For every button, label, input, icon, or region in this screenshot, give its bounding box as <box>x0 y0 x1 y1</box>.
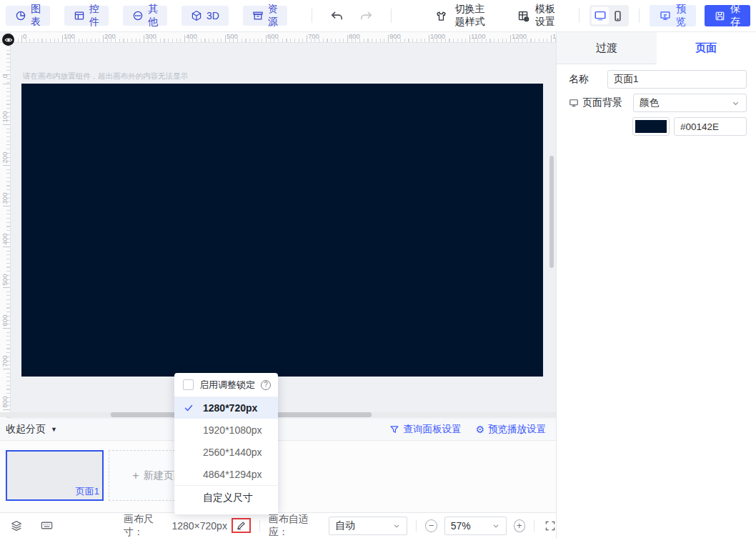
resource-icon <box>252 10 264 21</box>
page-thumbnail-label: 页面1 <box>76 485 99 498</box>
others-nav-label: 其他 <box>148 3 158 29</box>
page-color-row <box>569 117 747 136</box>
ruler-label: 100 <box>64 32 75 40</box>
preview-button[interactable]: 预览 <box>650 5 696 26</box>
statusbar-divider <box>259 520 260 532</box>
pages-strip: 页面1 + 新建页面 <box>0 441 556 512</box>
others-nav-button[interactable]: 其他 <box>123 6 167 26</box>
horizontal-scrollbar-track <box>0 412 556 417</box>
resources-nav-label: 资源 <box>268 3 278 29</box>
query-panel-settings-button[interactable]: 查询面板设置 <box>389 423 461 436</box>
chevron-down-icon <box>492 522 500 530</box>
edit-canvas-size-button[interactable] <box>236 520 247 531</box>
status-bar: 画布尺寸： 1280×720px 画布自适应： 自动 − 57% + <box>0 512 556 538</box>
collapse-pages-label: 收起分页 <box>6 423 46 436</box>
page-thumbnail-selected[interactable]: 页面1 <box>6 450 104 501</box>
filter-icon <box>389 424 399 434</box>
page-name-input[interactable] <box>607 70 747 89</box>
fullscreen-icon <box>544 520 556 532</box>
mobile-toggle-button[interactable] <box>609 7 627 24</box>
pencil-icon <box>236 520 247 531</box>
canvas-fit-label: 画布自适应： <box>269 513 323 538</box>
zoom-level-value: 57% <box>451 520 471 532</box>
switch-theme-button[interactable]: 切换主题样式 <box>435 3 487 29</box>
help-icon[interactable]: ? <box>261 380 271 390</box>
widget-icon <box>74 10 85 21</box>
statusbar-divider <box>534 520 534 532</box>
redo-button[interactable] <box>355 9 377 23</box>
layers-icon <box>10 519 23 532</box>
plus-icon: + <box>132 469 139 482</box>
page-settings-form: 名称 页面背景 颜色 <box>557 64 756 136</box>
color-swatch[interactable] <box>632 117 670 136</box>
properties-panel: 过渡 页面 名称 页面背景 颜色 <box>556 32 756 538</box>
size-option-custom[interactable]: 自定义尺寸 <box>174 486 278 510</box>
custom-size-label: 自定义尺寸 <box>203 492 253 504</box>
ruler-label: 800 <box>349 32 360 40</box>
gear-icon: ⚙ <box>475 424 484 434</box>
page-background-label: 页面背景 <box>569 96 633 109</box>
ruler-label: 1000 <box>430 32 445 40</box>
ruler-label: 800 <box>1 391 9 414</box>
zoom-in-button[interactable]: + <box>514 519 526 532</box>
size-option-label: 2560*1440px <box>203 447 262 458</box>
preview-play-settings-label: 预览播放设置 <box>488 423 546 436</box>
charts-nav-button[interactable]: 图表 <box>6 6 50 26</box>
ruler-label: 100 <box>1 106 9 129</box>
widgets-nav-button[interactable]: 控件 <box>64 6 109 26</box>
size-option-4864x1294[interactable]: 4864*1294px <box>174 463 278 485</box>
save-label: 保存 <box>730 3 740 29</box>
ruler-label: 700 <box>308 32 319 40</box>
keyboard-shortcuts-button[interactable] <box>40 519 54 532</box>
background-type-select[interactable]: 颜色 <box>633 94 747 112</box>
zoom-out-button[interactable]: − <box>425 519 437 532</box>
ruler-label: 900 <box>389 32 401 40</box>
layers-button[interactable] <box>10 519 23 532</box>
page-canvas[interactable] <box>21 84 543 377</box>
ruler-label: 300 <box>145 32 156 40</box>
adjust-lock-checkbox[interactable] <box>183 379 194 390</box>
ruler-label: 0 <box>23 32 26 40</box>
preview-play-settings-button[interactable]: ⚙ 预览播放设置 <box>475 423 546 436</box>
desktop-toggle-button[interactable] <box>592 7 610 24</box>
zoom-level-select[interactable]: 57% <box>444 517 507 535</box>
canvas-workspace: 0100200300400500600700800900100011001200… <box>0 32 556 419</box>
ruler-label: 300 <box>1 187 9 210</box>
pages-header-bar: 收起分页 ▼ 查询面板设置 ⚙ 预览播放设置 <box>0 419 556 441</box>
pages-header-links: 查询面板设置 ⚙ 预览播放设置 <box>389 423 546 436</box>
vertical-scrollbar[interactable] <box>549 156 554 268</box>
redo-icon <box>359 9 373 23</box>
size-option-1280x720[interactable]: 1280*720px <box>174 397 278 419</box>
tab-transition[interactable]: 过渡 <box>557 32 657 64</box>
tab-page[interactable]: 页面 <box>657 32 756 64</box>
color-hex-input[interactable] <box>674 117 747 136</box>
resources-nav-button[interactable]: 资源 <box>243 6 287 26</box>
save-button[interactable]: 保存 <box>705 5 750 26</box>
checkmark-icon <box>174 403 203 413</box>
ruler-label: 1100 <box>471 32 485 40</box>
canvas-size-label: 画布尺寸： <box>124 513 169 538</box>
widgets-nav-label: 控件 <box>89 3 99 29</box>
ruler-label: 200 <box>1 146 9 169</box>
visibility-eye-icon[interactable] <box>2 34 14 46</box>
more-circle-icon <box>132 10 144 21</box>
size-option-2560x1440[interactable]: 2560*1440px <box>174 441 278 463</box>
vertical-ruler: 0100200300400500600700800 <box>0 43 11 419</box>
adjust-lock-row[interactable]: 启用调整锁定 ? <box>174 373 278 397</box>
monitor-small-icon <box>569 98 579 108</box>
size-option-1920x1080[interactable]: 1920*1080px <box>174 419 278 441</box>
statusbar-divider <box>416 520 417 532</box>
background-type-value: 颜色 <box>640 96 659 109</box>
canvas-fit-select[interactable]: 自动 <box>329 517 407 535</box>
canvas-hint-text: 请在画布内放置组件，超出画布外的内容无法显示 <box>23 71 188 81</box>
undo-button[interactable] <box>326 9 348 23</box>
cube-icon <box>191 10 202 21</box>
ruler-label: 500 <box>1 269 9 292</box>
fit-screen-button[interactable] <box>544 520 556 532</box>
template-settings-button[interactable]: 模板设置 <box>517 3 556 29</box>
app-window: 图表 控件 其他 3D 资源 <box>0 0 756 538</box>
collapse-pages-button[interactable]: 收起分页 ▼ <box>6 423 57 436</box>
adjust-lock-label: 启用调整锁定 <box>199 379 255 392</box>
pie-chart-icon <box>15 10 26 21</box>
threed-nav-button[interactable]: 3D <box>181 6 229 26</box>
